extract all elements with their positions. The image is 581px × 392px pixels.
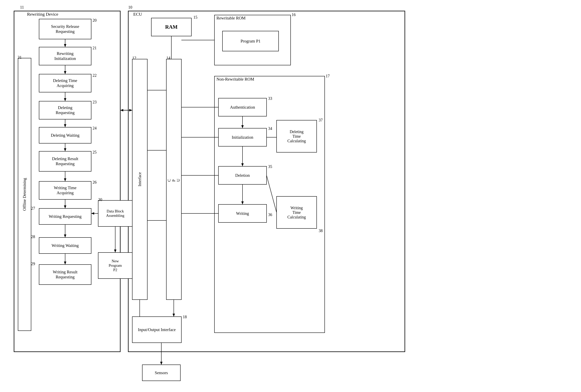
box-26-label: Writing TimeAcquiring xyxy=(39,181,91,200)
ref-20: 20 xyxy=(92,18,96,23)
svg-marker-42 xyxy=(64,206,66,208)
svg-marker-53 xyxy=(129,109,132,112)
svg-marker-32 xyxy=(64,71,66,74)
svg-marker-38 xyxy=(64,148,66,151)
svg-marker-34 xyxy=(64,98,66,101)
box-28-label: Writing Waiting xyxy=(39,238,91,254)
svg-marker-52 xyxy=(120,109,123,112)
svg-marker-46 xyxy=(64,262,66,264)
io-interface-label: Input/Output Interface xyxy=(132,317,181,343)
diagram: 11 Rewriting Device 10 ECU Security Rele… xyxy=(0,0,581,392)
svg-marker-48 xyxy=(91,212,94,215)
svg-line-75 xyxy=(266,175,276,212)
cpu-label: CPU xyxy=(167,177,181,182)
ref-38: 38 xyxy=(319,228,323,233)
ref-33: 33 xyxy=(268,96,272,101)
ref-17: 17 xyxy=(326,74,330,78)
cpu-box: CPU xyxy=(166,59,181,300)
svg-marker-40 xyxy=(64,178,66,181)
ref-34: 34 xyxy=(268,126,272,131)
writing-time-calculating-label: WritingTimeCalculating xyxy=(276,196,317,228)
ref-27: 27 xyxy=(31,206,35,211)
ref-23: 23 xyxy=(92,100,96,104)
rewritable-rom-label: Rewritable ROM xyxy=(216,16,246,21)
authentication-label: Authentication xyxy=(218,98,266,116)
ref-28: 28 xyxy=(31,234,35,239)
deleting-time-calculating-label: DeletingTimeCalculating xyxy=(276,120,317,152)
offline-determining-label: Offline Determining xyxy=(22,178,27,211)
box-25-label: Deleting ResultRequesting xyxy=(39,151,91,171)
ref-35: 35 xyxy=(268,164,272,169)
ref-12: 12 xyxy=(132,56,136,60)
ref-37: 37 xyxy=(319,118,323,122)
ref-26: 26 xyxy=(92,180,96,184)
ref-36: 36 xyxy=(268,212,272,217)
ref-22: 22 xyxy=(92,73,96,78)
sensors-label: Sensors xyxy=(142,365,180,381)
ref-14: 14 xyxy=(166,56,170,60)
box-30-label: Data BlockAssembling xyxy=(98,200,132,226)
svg-marker-44 xyxy=(64,234,66,238)
ref-24: 24 xyxy=(92,126,96,130)
interface-label: Interface xyxy=(138,172,142,186)
box-21-label: RewritingInitialization xyxy=(39,47,91,65)
ref-30: 30 xyxy=(98,198,102,202)
ecu-label: ECU xyxy=(132,12,143,17)
ref-29: 29 xyxy=(31,262,35,266)
rewriting-device-label: Rewriting Device xyxy=(26,12,59,17)
ref-11: 11 xyxy=(20,5,24,10)
svg-marker-71 xyxy=(241,163,244,166)
box-22-label: Deleting TimeAcquiring xyxy=(39,74,91,92)
ref-25: 25 xyxy=(92,150,96,154)
svg-marker-64 xyxy=(172,314,175,317)
box-24-label: Deleting Waiting xyxy=(39,127,91,143)
non-rewritable-rom-label: Non-Rewritable ROM xyxy=(216,77,255,82)
svg-marker-73 xyxy=(241,202,244,204)
box-23-label: DeletingRequesting xyxy=(39,101,91,119)
ref-21: 21 xyxy=(92,46,96,50)
ram-label: RAM xyxy=(151,18,192,36)
svg-marker-50 xyxy=(114,250,116,252)
svg-marker-30 xyxy=(64,44,66,47)
offline-determining: Offline Determining xyxy=(18,58,31,331)
interface-box: Interface xyxy=(132,59,147,300)
ref-16: 16 xyxy=(292,12,296,17)
ref-31: 31 xyxy=(18,55,22,60)
ref-15: 15 xyxy=(194,15,198,20)
deletion-label: Deletion xyxy=(218,166,266,184)
writing-label: Writing xyxy=(218,204,266,222)
ref-10: 10 xyxy=(128,5,132,10)
svg-marker-67 xyxy=(160,362,162,365)
box-29-label: Writing ResultRequesting xyxy=(39,264,91,284)
new-program-p2-label: NewProgramP2 xyxy=(98,252,132,278)
svg-marker-36 xyxy=(64,124,66,127)
box-27-label: Writing Requesting xyxy=(39,208,91,224)
svg-marker-69 xyxy=(241,125,244,128)
program-p1-label: Program P1 xyxy=(222,31,278,51)
initialization-label: Initialization xyxy=(218,128,266,146)
ref-18: 18 xyxy=(183,315,187,319)
box-20-label: Security ReleaseRequesting xyxy=(39,19,91,39)
